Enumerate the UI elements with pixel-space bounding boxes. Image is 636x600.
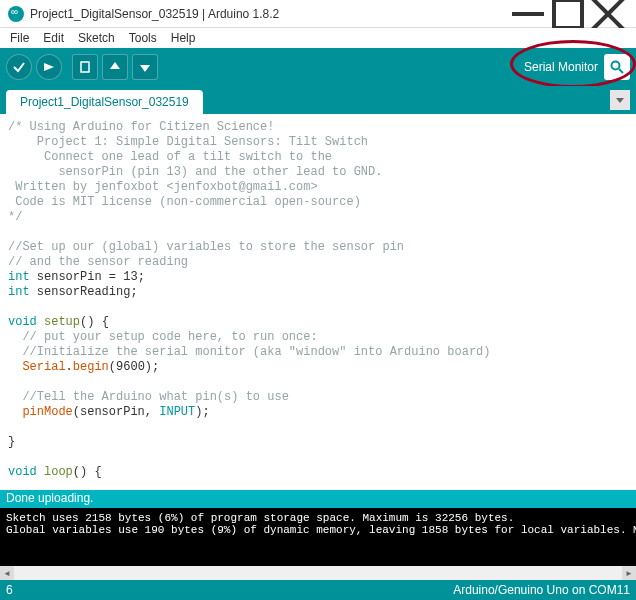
- minimize-button[interactable]: [508, 0, 548, 28]
- window-title: Project1_DigitalSensor_032519 | Arduino …: [30, 7, 508, 21]
- arrow-right-icon: [42, 60, 56, 74]
- verify-button[interactable]: [6, 54, 32, 80]
- menu-edit[interactable]: Edit: [37, 29, 70, 47]
- board-port-label: Arduino/Genuino Uno on COM11: [453, 583, 630, 597]
- code-text: sensorReading;: [30, 285, 138, 299]
- comment-line: //Set up our (global) variables to store…: [8, 240, 404, 254]
- comment-line: Connect one lead of a tilt switch to the: [8, 150, 332, 164]
- footer-bar: 6 Arduino/Genuino Uno on COM11: [0, 580, 636, 600]
- func-pinmode: pinMode: [8, 405, 73, 419]
- svg-point-8: [612, 62, 620, 70]
- tab-bar: Project1_DigitalSensor_032519: [0, 86, 636, 114]
- svg-rect-5: [81, 62, 89, 72]
- maximize-button[interactable]: [548, 0, 588, 28]
- serial-monitor-label: Serial Monitor: [524, 60, 598, 74]
- keyword-void: void: [8, 315, 37, 329]
- svg-marker-6: [110, 62, 120, 69]
- sketch-tab[interactable]: Project1_DigitalSensor_032519: [6, 90, 203, 114]
- close-button[interactable]: [588, 0, 628, 28]
- comment-line: Written by jenfoxbot <jenfoxbot@gmail.co…: [8, 180, 318, 194]
- magnifier-icon: [609, 59, 625, 75]
- menu-sketch[interactable]: Sketch: [72, 29, 121, 47]
- scroll-left-button[interactable]: ◄: [0, 566, 14, 580]
- new-button[interactable]: [72, 54, 98, 80]
- arduino-app-icon: [8, 6, 24, 22]
- keyword-int: int: [8, 270, 30, 284]
- console-line: Global variables use 190 bytes (9%) of d…: [6, 524, 636, 536]
- keyword-void: void: [8, 465, 37, 479]
- upload-button[interactable]: [36, 54, 62, 80]
- func-setup: setup: [44, 315, 80, 329]
- menu-help[interactable]: Help: [165, 29, 202, 47]
- comment-line: Project 1: Simple Digital Sensors: Tilt …: [8, 135, 368, 149]
- code-text: sensorPin = 13;: [30, 270, 145, 284]
- code-text: );: [195, 405, 209, 419]
- comment-line: // put your setup code here, to run once…: [8, 330, 318, 344]
- comment-line: Code is MIT license (non-commercial open…: [8, 195, 361, 209]
- horizontal-scrollbar[interactable]: ◄ ►: [0, 566, 636, 580]
- menu-tools[interactable]: Tools: [123, 29, 163, 47]
- output-console[interactable]: Sketch uses 2158 bytes (6%) of program s…: [0, 508, 636, 566]
- toolbar: Serial Monitor: [0, 48, 636, 86]
- open-button[interactable]: [102, 54, 128, 80]
- comment-line: // and the sensor reading: [8, 255, 188, 269]
- code-text: }: [8, 435, 15, 449]
- code-text: (sensorPin,: [73, 405, 159, 419]
- arrow-down-icon: [138, 60, 152, 74]
- menu-bar: File Edit Sketch Tools Help: [0, 28, 636, 48]
- menu-file[interactable]: File: [4, 29, 35, 47]
- func-loop: loop: [44, 465, 73, 479]
- comment-line: sensorPin (pin 13) and the other lead to…: [8, 165, 382, 179]
- arrow-up-icon: [108, 60, 122, 74]
- code-text: (9600);: [109, 360, 159, 374]
- comment-line: //Tell the Arduino what pin(s) to use: [8, 390, 289, 404]
- comment-line: */: [8, 210, 22, 224]
- keyword-int: int: [8, 285, 30, 299]
- new-file-icon: [78, 60, 92, 74]
- svg-marker-10: [616, 98, 624, 103]
- svg-rect-1: [554, 0, 582, 28]
- window-titlebar: Project1_DigitalSensor_032519 | Arduino …: [0, 0, 636, 28]
- line-number: 6: [6, 583, 13, 597]
- serial-monitor-button[interactable]: [604, 54, 630, 80]
- tab-menu-button[interactable]: [610, 90, 630, 110]
- status-bar: Done uploading.: [0, 490, 636, 508]
- svg-marker-7: [140, 65, 150, 72]
- comment-line: //Initialize the serial monitor (aka "wi…: [8, 345, 490, 359]
- chevron-down-icon: [615, 95, 625, 105]
- comment-line: /* Using Arduino for Citizen Science!: [8, 120, 274, 134]
- svg-marker-4: [44, 63, 54, 71]
- svg-line-9: [619, 69, 623, 73]
- const-input: INPUT: [159, 405, 195, 419]
- scroll-right-button[interactable]: ►: [622, 566, 636, 580]
- console-line: Sketch uses 2158 bytes (6%) of program s…: [6, 512, 514, 524]
- code-text: () {: [80, 315, 109, 329]
- check-icon: [12, 60, 26, 74]
- code-editor[interactable]: /* Using Arduino for Citizen Science! Pr…: [0, 114, 636, 490]
- save-button[interactable]: [132, 54, 158, 80]
- obj-serial: Serial: [8, 360, 66, 374]
- code-text: () {: [73, 465, 102, 479]
- func-begin: begin: [73, 360, 109, 374]
